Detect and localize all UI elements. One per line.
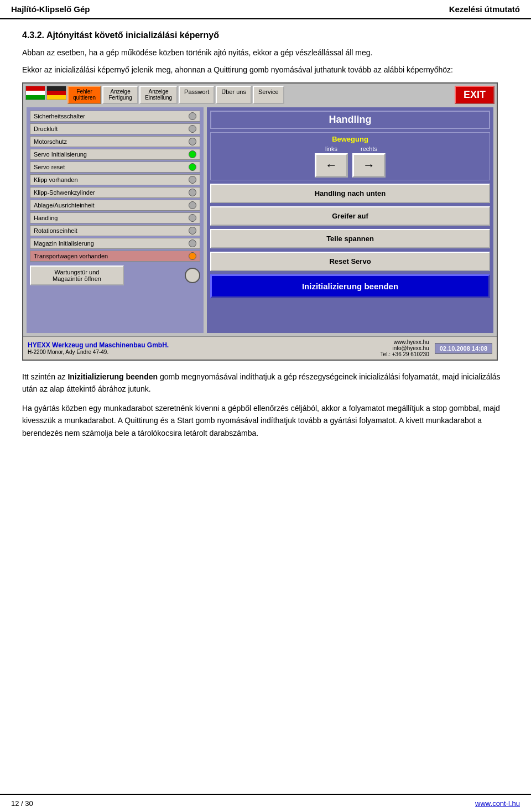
phone: Tel.: +36 29 610230 (381, 351, 429, 357)
right-panel: Handling Bewegung links ← rechts → (207, 107, 493, 333)
email: info@hyexx.hu (381, 345, 429, 351)
status-motorschutz: Motorschutz (30, 136, 200, 147)
wartung-indicator (185, 268, 200, 283)
status-klipp: Klipp vorhanden (30, 174, 200, 185)
company-name: HYEXX Werkzeug und Maschinenbau GmbH. (28, 341, 169, 349)
handling-nach-unten-btn[interactable]: Handling nach unten (210, 184, 490, 203)
flag-de[interactable] (46, 86, 66, 100)
contact-info: www.hyexx.hu info@hyexx.hu Tel.: +36 29 … (381, 339, 429, 357)
screenshot: Fehlerquittieren AnzeigeFertigung Anzeig… (22, 82, 498, 361)
flag-hu[interactable] (25, 86, 45, 100)
datetime-box: 02.10.2008 14:08 (435, 343, 492, 354)
body-para-2: Ha gyártás közben egy munkadarabot szere… (22, 402, 509, 439)
inizitializierung-beenden-btn[interactable]: Inizitializierung beenden (210, 274, 490, 298)
status-ablage: Ablage/Ausrichteinheit (30, 200, 200, 211)
ind-motorschutz (189, 138, 196, 145)
reset-servo-btn[interactable]: Reset Servo (210, 252, 490, 271)
ind-servo-reset (189, 163, 196, 171)
nav-fehler-btn[interactable]: Fehlerquittieren (67, 86, 101, 104)
company-info: HYEXX Werkzeug und Maschinenbau GmbH. H-… (28, 341, 169, 355)
arrow-left-btn[interactable]: ← (315, 153, 348, 178)
status-servo-init: Servo Initialisierung (30, 149, 200, 160)
status-handling: Handling (30, 212, 200, 223)
bewegung-links-label: links (325, 145, 337, 152)
arrow-right-btn[interactable]: → (352, 153, 386, 178)
status-sicherheit: Sicherheitsschalter (30, 111, 200, 122)
header-right-title: Kezelési útmutató (449, 4, 520, 14)
status-magazin: Magazin Initialisierung (30, 238, 200, 249)
ind-magazin (189, 240, 196, 247)
main-content: 4.3.2. Ajtónyitást követő inicializálási… (0, 19, 531, 457)
footer-url: www.cont-l.hu (475, 799, 520, 808)
page-footer: 12 / 30 www.cont-l.hu (0, 794, 531, 812)
ind-druckluft (189, 125, 196, 133)
ind-servo-init (189, 150, 196, 158)
bewegung-section: Bewegung links ← rechts → (210, 132, 490, 180)
ind-klipp-schwenk (189, 189, 196, 196)
wartung-row: Wartungstür und Magazintür öffnen (30, 266, 200, 285)
status-transport: Transportwagen vorhanden (30, 251, 200, 262)
footer-page-number: 12 / 30 (11, 799, 33, 808)
ind-handling (189, 214, 196, 222)
handling-title: Handling (210, 111, 490, 129)
intro-text-2: Ekkor az inicializálási képernyő jelenik… (22, 64, 509, 76)
website: www.hyexx.hu (381, 339, 429, 345)
bewegung-btns: links ← rechts → (213, 145, 487, 178)
ind-klipp (189, 176, 196, 184)
bewegung-title: Bewegung (213, 135, 487, 143)
nav-passwort-btn[interactable]: Passwort (179, 86, 215, 104)
section-heading: 4.3.2. Ajtónyitást követő inicializálási… (22, 30, 509, 40)
nav-anzeige-einstellung-btn[interactable]: AnzeigeEinstellung (139, 86, 178, 104)
status-servo-reset: Servo reset (30, 162, 200, 173)
body-para-1: Itt szintén az Inizitializierung beenden… (22, 371, 509, 395)
nav-exit-btn[interactable]: EXIT (455, 86, 494, 104)
ind-rotation (189, 227, 196, 235)
ind-ablage (189, 201, 196, 209)
status-rotation: Rotationseinheit (30, 225, 200, 236)
screen-body: Sicherheitsschalter Druckluft Motorschut… (23, 104, 497, 336)
page-header: Hajlító-Klipselő Gép Kezelési útmutató (0, 0, 531, 19)
ind-sicherheit (189, 112, 196, 120)
status-druckluft: Druckluft (30, 123, 200, 134)
bewegung-rechts-col: rechts → (352, 145, 386, 178)
nav-uber-uns-btn[interactable]: Über uns (216, 86, 252, 104)
wartung-btn[interactable]: Wartungstür und Magazintür öffnen (30, 266, 124, 285)
teile-spannen-btn[interactable]: Teile spannen (210, 229, 490, 248)
left-panel: Sicherheitsschalter Druckluft Motorschut… (27, 107, 204, 333)
screen-footer: HYEXX Werkzeug und Maschinenbau GmbH. H-… (23, 336, 497, 360)
company-address: H-2200 Monor, Ady Endre 47-49. (28, 349, 169, 355)
greifer-auf-btn[interactable]: Greifer auf (210, 206, 490, 226)
ind-transport (189, 252, 196, 260)
nav-service-btn[interactable]: Service (253, 86, 284, 104)
bold-term: Inizitializierung beenden (67, 372, 158, 381)
intro-text-1: Abban az esetben, ha a gép működése közb… (22, 47, 509, 59)
screen-nav: Fehlerquittieren AnzeigeFertigung Anzeig… (23, 84, 497, 104)
bewegung-rechts-label: rechts (361, 145, 377, 152)
header-left-title: Hajlító-Klipselő Gép (11, 4, 90, 14)
bewegung-links-col: links ← (315, 145, 348, 178)
nav-anzeige-fertigung-btn[interactable]: AnzeigeFertigung (102, 86, 138, 104)
status-klipp-schwenk: Klipp-Schwenkzylinder (30, 187, 200, 198)
